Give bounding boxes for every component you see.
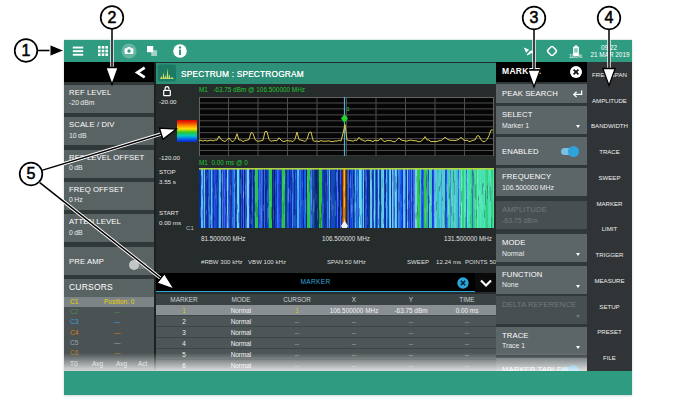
svg-text:3: 3: [530, 9, 539, 26]
svg-text:1: 1: [22, 42, 31, 59]
svg-text:4: 4: [605, 9, 614, 26]
svg-text:5: 5: [27, 165, 36, 182]
svg-text:2: 2: [108, 9, 117, 26]
